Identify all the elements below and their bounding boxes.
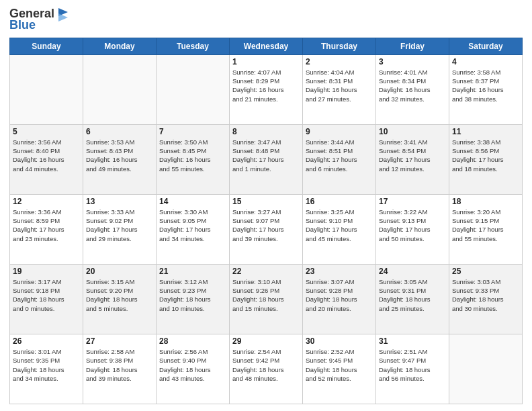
day-number: 14 — [159, 197, 226, 206]
day-info: Sunrise: 3:03 AM Sunset: 9:33 PM Dayligh… — [452, 277, 519, 313]
day-info: Sunrise: 3:20 AM Sunset: 9:15 PM Dayligh… — [452, 208, 519, 243]
day-number: 6 — [86, 127, 153, 136]
calendar-cell: 15Sunrise: 3:27 AM Sunset: 9:07 PM Dayli… — [230, 194, 303, 264]
calendar-cell: 16Sunrise: 3:25 AM Sunset: 9:10 PM Dayli… — [303, 194, 376, 264]
calendar-cell: 7Sunrise: 3:50 AM Sunset: 8:45 PM Daylig… — [157, 124, 230, 194]
calendar-cell: 12Sunrise: 3:36 AM Sunset: 8:59 PM Dayli… — [10, 194, 83, 264]
calendar-cell — [449, 334, 523, 404]
logo-flag-icon — [56, 7, 71, 21]
day-number: 9 — [306, 127, 373, 136]
calendar-cell — [10, 54, 83, 124]
day-info: Sunrise: 3:58 AM Sunset: 8:37 PM Dayligh… — [452, 68, 519, 103]
day-info: Sunrise: 3:05 AM Sunset: 9:31 PM Dayligh… — [379, 277, 446, 313]
calendar-cell: 13Sunrise: 3:33 AM Sunset: 9:02 PM Dayli… — [83, 194, 157, 264]
day-number: 24 — [379, 267, 446, 276]
day-number: 12 — [13, 197, 80, 206]
day-number: 30 — [306, 336, 373, 346]
calendar-cell: 22Sunrise: 3:10 AM Sunset: 9:26 PM Dayli… — [230, 264, 303, 334]
calendar-cell: 1Sunrise: 4:07 AM Sunset: 8:29 PM Daylig… — [230, 54, 303, 124]
day-info: Sunrise: 3:12 AM Sunset: 9:23 PM Dayligh… — [159, 277, 226, 313]
day-number: 17 — [379, 197, 446, 206]
day-info: Sunrise: 3:27 AM Sunset: 9:07 PM Dayligh… — [232, 208, 300, 243]
day-number: 23 — [306, 267, 373, 276]
week-row-4: 19Sunrise: 3:17 AM Sunset: 9:18 PM Dayli… — [10, 264, 523, 334]
day-info: Sunrise: 3:07 AM Sunset: 9:28 PM Dayligh… — [306, 277, 373, 313]
week-row-3: 12Sunrise: 3:36 AM Sunset: 8:59 PM Dayli… — [10, 194, 523, 264]
weekday-header-friday: Friday — [376, 38, 449, 54]
calendar-cell: 27Sunrise: 2:58 AM Sunset: 9:38 PM Dayli… — [83, 334, 157, 404]
calendar-cell: 31Sunrise: 2:51 AM Sunset: 9:47 PM Dayli… — [376, 334, 449, 404]
calendar-cell: 23Sunrise: 3:07 AM Sunset: 9:28 PM Dayli… — [303, 264, 376, 334]
day-number: 3 — [379, 57, 446, 66]
calendar-cell: 3Sunrise: 4:01 AM Sunset: 8:34 PM Daylig… — [376, 54, 449, 124]
day-info: Sunrise: 4:07 AM Sunset: 8:29 PM Dayligh… — [232, 68, 300, 103]
calendar-cell: 25Sunrise: 3:03 AM Sunset: 9:33 PM Dayli… — [449, 264, 523, 334]
weekday-header-saturday: Saturday — [449, 38, 523, 54]
day-number: 8 — [232, 127, 300, 136]
day-number: 1 — [232, 57, 300, 66]
day-info: Sunrise: 3:10 AM Sunset: 9:26 PM Dayligh… — [232, 277, 300, 313]
week-row-1: 1Sunrise: 4:07 AM Sunset: 8:29 PM Daylig… — [10, 54, 523, 124]
day-number: 18 — [452, 197, 519, 206]
logo: General Blue — [9, 7, 71, 32]
calendar-cell: 28Sunrise: 2:56 AM Sunset: 9:40 PM Dayli… — [157, 334, 230, 404]
calendar-cell: 14Sunrise: 3:30 AM Sunset: 9:05 PM Dayli… — [157, 194, 230, 264]
day-number: 29 — [232, 336, 300, 346]
day-info: Sunrise: 3:36 AM Sunset: 8:59 PM Dayligh… — [13, 208, 80, 243]
calendar-cell: 6Sunrise: 3:53 AM Sunset: 8:43 PM Daylig… — [83, 124, 157, 194]
week-row-5: 26Sunrise: 3:01 AM Sunset: 9:35 PM Dayli… — [10, 334, 523, 404]
day-info: Sunrise: 3:41 AM Sunset: 8:54 PM Dayligh… — [379, 138, 446, 173]
day-number: 15 — [232, 197, 300, 206]
calendar-cell: 2Sunrise: 4:04 AM Sunset: 8:31 PM Daylig… — [303, 54, 376, 124]
day-number: 5 — [13, 127, 80, 136]
day-number: 11 — [452, 127, 519, 136]
day-number: 13 — [86, 197, 153, 206]
calendar-cell: 10Sunrise: 3:41 AM Sunset: 8:54 PM Dayli… — [376, 124, 449, 194]
day-number: 26 — [13, 336, 80, 346]
day-info: Sunrise: 3:38 AM Sunset: 8:56 PM Dayligh… — [452, 138, 519, 173]
day-info: Sunrise: 3:30 AM Sunset: 9:05 PM Dayligh… — [159, 208, 226, 243]
day-number: 19 — [13, 267, 80, 276]
day-number: 21 — [159, 267, 226, 276]
day-number: 22 — [232, 267, 300, 276]
day-number: 10 — [379, 127, 446, 136]
day-number: 27 — [86, 336, 153, 346]
calendar-cell: 8Sunrise: 3:47 AM Sunset: 8:48 PM Daylig… — [230, 124, 303, 194]
weekday-header-tuesday: Tuesday — [157, 38, 230, 54]
calendar-cell: 5Sunrise: 3:56 AM Sunset: 8:40 PM Daylig… — [10, 124, 83, 194]
calendar-table: SundayMondayTuesdayWednesdayThursdayFrid… — [9, 38, 523, 404]
day-info: Sunrise: 3:01 AM Sunset: 9:35 PM Dayligh… — [13, 347, 80, 383]
weekday-header-row: SundayMondayTuesdayWednesdayThursdayFrid… — [10, 38, 523, 54]
calendar-cell: 30Sunrise: 2:52 AM Sunset: 9:45 PM Dayli… — [303, 334, 376, 404]
day-number: 31 — [379, 336, 446, 346]
day-info: Sunrise: 3:17 AM Sunset: 9:18 PM Dayligh… — [13, 277, 80, 313]
calendar-cell — [83, 54, 157, 124]
calendar-cell: 18Sunrise: 3:20 AM Sunset: 9:15 PM Dayli… — [449, 194, 523, 264]
day-info: Sunrise: 3:50 AM Sunset: 8:45 PM Dayligh… — [159, 138, 226, 173]
weekday-header-wednesday: Wednesday — [230, 38, 303, 54]
calendar-cell: 17Sunrise: 3:22 AM Sunset: 9:13 PM Dayli… — [376, 194, 449, 264]
calendar-cell — [157, 54, 230, 124]
day-info: Sunrise: 3:15 AM Sunset: 9:20 PM Dayligh… — [86, 277, 153, 313]
day-info: Sunrise: 2:58 AM Sunset: 9:38 PM Dayligh… — [86, 347, 153, 383]
calendar-cell: 21Sunrise: 3:12 AM Sunset: 9:23 PM Dayli… — [157, 264, 230, 334]
day-info: Sunrise: 3:44 AM Sunset: 8:51 PM Dayligh… — [306, 138, 373, 173]
page-header: General Blue — [9, 7, 523, 32]
day-number: 7 — [159, 127, 226, 136]
calendar-cell: 11Sunrise: 3:38 AM Sunset: 8:56 PM Dayli… — [449, 124, 523, 194]
day-info: Sunrise: 4:04 AM Sunset: 8:31 PM Dayligh… — [306, 68, 373, 103]
calendar-cell: 29Sunrise: 2:54 AM Sunset: 9:42 PM Dayli… — [230, 334, 303, 404]
day-number: 20 — [86, 267, 153, 276]
day-info: Sunrise: 2:54 AM Sunset: 9:42 PM Dayligh… — [232, 347, 300, 383]
day-number: 25 — [452, 267, 519, 276]
calendar-cell: 4Sunrise: 3:58 AM Sunset: 8:37 PM Daylig… — [449, 54, 523, 124]
calendar-cell: 26Sunrise: 3:01 AM Sunset: 9:35 PM Dayli… — [10, 334, 83, 404]
day-info: Sunrise: 3:22 AM Sunset: 9:13 PM Dayligh… — [379, 208, 446, 243]
day-number: 2 — [306, 57, 373, 66]
day-info: Sunrise: 2:51 AM Sunset: 9:47 PM Dayligh… — [379, 347, 446, 383]
day-info: Sunrise: 2:52 AM Sunset: 9:45 PM Dayligh… — [306, 347, 373, 383]
day-info: Sunrise: 3:56 AM Sunset: 8:40 PM Dayligh… — [13, 138, 80, 173]
calendar-cell: 20Sunrise: 3:15 AM Sunset: 9:20 PM Dayli… — [83, 264, 157, 334]
week-row-2: 5Sunrise: 3:56 AM Sunset: 8:40 PM Daylig… — [10, 124, 523, 194]
day-info: Sunrise: 2:56 AM Sunset: 9:40 PM Dayligh… — [159, 347, 226, 383]
